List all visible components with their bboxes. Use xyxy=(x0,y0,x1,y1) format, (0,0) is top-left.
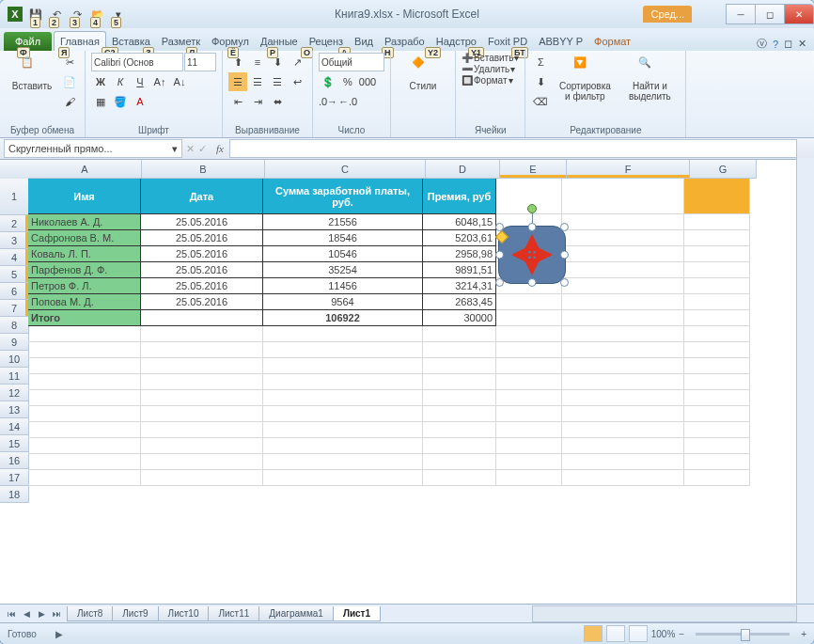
cell[interactable] xyxy=(684,470,750,486)
col-header-B[interactable]: B xyxy=(142,160,265,179)
autosum-icon[interactable]: Σ xyxy=(531,53,550,71)
cell[interactable] xyxy=(423,374,496,390)
cell[interactable]: 5203,61 xyxy=(423,230,496,246)
cell[interactable] xyxy=(684,438,750,454)
align-left-icon[interactable]: ☰ xyxy=(228,72,247,91)
sheet-tab[interactable]: Лист8 xyxy=(67,606,113,621)
cell[interactable]: Дата xyxy=(141,179,263,214)
cell[interactable] xyxy=(28,454,141,470)
cell[interactable] xyxy=(28,470,141,486)
cell[interactable]: 18546 xyxy=(263,230,423,246)
resize-handle-e[interactable] xyxy=(560,251,569,259)
cell[interactable]: Коваль Л. П. xyxy=(28,246,141,262)
fill-icon[interactable]: ⬇ xyxy=(531,72,550,91)
italic-button[interactable]: К xyxy=(111,72,130,91)
cell[interactable] xyxy=(423,406,496,422)
resize-handle-w[interactable] xyxy=(495,251,504,259)
resize-handle-s[interactable] xyxy=(528,278,537,287)
sheet-first-icon[interactable]: ⏮ xyxy=(4,606,19,621)
cell[interactable] xyxy=(423,438,496,454)
decrease-decimal-icon[interactable]: ←.0 xyxy=(338,92,357,111)
col-header-A[interactable]: A xyxy=(28,160,142,179)
normal-view-icon[interactable] xyxy=(584,625,603,642)
worksheet-grid[interactable]: ABCDEFG 123456789101112131415161718 ИмяД… xyxy=(0,160,814,607)
cell[interactable] xyxy=(263,358,423,374)
cell[interactable] xyxy=(28,406,141,422)
cell[interactable] xyxy=(28,390,141,406)
cell[interactable] xyxy=(684,294,750,310)
align-top-icon[interactable]: ⬆ xyxy=(228,53,247,71)
resize-handle-nw[interactable] xyxy=(495,223,504,231)
cell[interactable]: Попова М. Д. xyxy=(28,294,141,310)
cell[interactable] xyxy=(562,438,684,454)
col-header-G[interactable]: G xyxy=(690,160,757,179)
cell[interactable] xyxy=(423,390,496,406)
cell[interactable] xyxy=(141,470,263,486)
cell[interactable] xyxy=(562,310,684,326)
cell[interactable] xyxy=(141,454,263,470)
col-header-E[interactable]: E xyxy=(500,160,567,179)
cell[interactable] xyxy=(684,454,750,470)
row-header-18[interactable]: 18 xyxy=(0,486,29,503)
cell[interactable]: 25.05.2016 xyxy=(141,262,263,278)
tab-abbyy[interactable]: ABBYY P xyxy=(533,32,588,51)
sheet-last-icon[interactable]: ⏭ xyxy=(49,606,64,621)
cell[interactable]: 10546 xyxy=(263,246,423,262)
cell[interactable] xyxy=(263,438,423,454)
cell[interactable] xyxy=(684,358,750,374)
resize-handle-ne[interactable] xyxy=(560,223,569,231)
cell[interactable] xyxy=(28,374,141,390)
rotation-handle[interactable] xyxy=(527,204,537,213)
cell[interactable] xyxy=(562,230,684,246)
cell[interactable]: Петров Ф. Л. xyxy=(28,278,141,294)
cell[interactable] xyxy=(684,230,750,246)
col-header-C[interactable]: C xyxy=(265,160,426,179)
row-header-4[interactable]: 4 xyxy=(0,249,29,266)
cell[interactable] xyxy=(496,406,562,422)
rounded-rect-shape[interactable] xyxy=(498,226,566,284)
font-size-combo[interactable]: 11 xyxy=(184,53,216,71)
cell[interactable] xyxy=(141,310,263,326)
cell[interactable] xyxy=(496,454,562,470)
cell[interactable] xyxy=(141,390,263,406)
cell[interactable] xyxy=(562,358,684,374)
cell[interactable] xyxy=(141,406,263,422)
wrap-text-icon[interactable]: ↩ xyxy=(288,72,306,91)
tab-data[interactable]: Данные xyxy=(255,32,304,51)
cell[interactable] xyxy=(28,326,141,342)
tab-format[interactable]: Формат xyxy=(588,32,636,51)
align-center-icon[interactable]: ☰ xyxy=(248,72,267,91)
cell[interactable]: Сафронова В. М. xyxy=(28,230,141,246)
cell[interactable] xyxy=(684,326,750,342)
cell[interactable]: 25.05.2016 xyxy=(141,294,263,310)
cell[interactable] xyxy=(263,454,423,470)
comma-icon[interactable]: 000 xyxy=(358,72,377,91)
cell[interactable]: 25.05.2016 xyxy=(141,278,263,294)
cell[interactable] xyxy=(263,422,423,438)
cell[interactable] xyxy=(496,358,562,374)
cell[interactable] xyxy=(263,390,423,406)
cell[interactable] xyxy=(562,422,684,438)
cell[interactable] xyxy=(28,422,141,438)
row-header-10[interactable]: 10 xyxy=(0,351,29,368)
number-format-combo[interactable]: Общий xyxy=(319,53,384,71)
cell[interactable]: 2958,98 xyxy=(423,246,496,262)
cell[interactable]: 6048,15 xyxy=(423,214,496,230)
cell[interactable] xyxy=(141,438,263,454)
cell[interactable] xyxy=(141,342,263,358)
styles-button[interactable]: 🔶 Стили xyxy=(397,53,449,95)
cell[interactable] xyxy=(562,390,684,406)
cell[interactable]: Премия, руб xyxy=(423,179,496,214)
zoom-slider[interactable] xyxy=(696,633,790,636)
cancel-icon[interactable]: ✕ xyxy=(186,143,195,155)
cell[interactable] xyxy=(263,342,423,358)
format-cells-button[interactable]: 🔲 Формат ▾ xyxy=(462,75,513,86)
cell[interactable] xyxy=(423,342,496,358)
sheet-tab[interactable]: Лист9 xyxy=(112,606,158,621)
delete-cells-button[interactable]: ➖ Удалить ▾ xyxy=(462,64,515,74)
find-select-button[interactable]: 🔍 Найти и выделить xyxy=(619,53,680,105)
page-layout-view-icon[interactable] xyxy=(606,625,625,642)
row-header-7[interactable]: 7 xyxy=(0,300,29,317)
cell[interactable] xyxy=(562,326,684,342)
cell[interactable] xyxy=(684,390,750,406)
